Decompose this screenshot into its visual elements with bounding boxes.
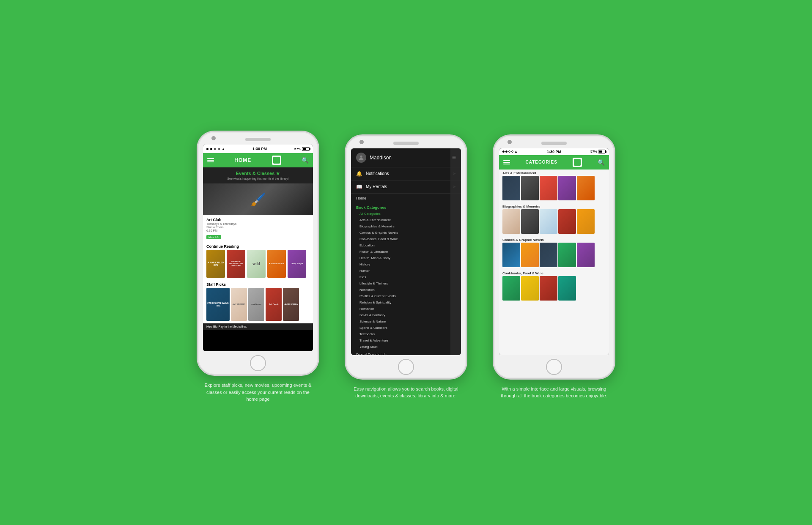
hamburger-menu-3[interactable] xyxy=(503,160,510,164)
staff-picks-row: ZADIE SMITH SWING TIME AMY SCHUMER small… xyxy=(203,288,313,323)
nonfiction-link[interactable]: Nonfiction xyxy=(351,287,461,293)
bell-icon: 🔔 xyxy=(356,171,362,177)
cookbooks-section: Cookbooks, Food & Wine xyxy=(499,270,609,302)
user-row: Maddison ≡ xyxy=(351,148,461,167)
biographies-link[interactable]: Biographies & Memoirs xyxy=(351,223,461,230)
kids-link[interactable]: Kids xyxy=(351,274,461,280)
battery-percent: 57% xyxy=(294,147,301,151)
hamburger-menu[interactable] xyxy=(207,158,214,162)
comics-section: Comics & Graphic Novels xyxy=(499,236,609,269)
events-subtitle: See what's happening this month at the l… xyxy=(206,177,310,180)
cat-book-item[interactable] xyxy=(521,243,539,267)
notifications-nav-item[interactable]: 🔔 Notifications ➤ xyxy=(351,167,461,180)
staff-book-item[interactable]: small things xyxy=(248,288,264,321)
cat-book-item[interactable] xyxy=(502,176,520,200)
app-header-1: HOME 🔍 xyxy=(203,153,313,167)
science-link[interactable]: Science & Nature xyxy=(351,318,461,325)
event-image xyxy=(203,183,313,215)
cat-book-item[interactable] xyxy=(558,276,576,301)
cat-book-item[interactable] xyxy=(521,176,539,200)
all-categories-link[interactable]: All Categories xyxy=(351,211,461,217)
home-button[interactable] xyxy=(546,359,562,375)
cat-book-item[interactable] xyxy=(521,276,539,301)
sports-link[interactable]: Sports & Outdoors xyxy=(351,325,461,331)
digital-downloads-link[interactable]: Digital Downloads xyxy=(351,350,461,355)
vol-btn-down xyxy=(197,186,198,194)
staff-book-item[interactable]: Jodi Picoult xyxy=(266,288,282,321)
travel-link[interactable]: Travel & Adventure xyxy=(351,337,461,344)
cat-book-item[interactable] xyxy=(540,276,557,301)
cat-book-item[interactable] xyxy=(558,243,576,267)
cat-book-item[interactable] xyxy=(502,209,520,234)
humor-link[interactable]: Humor xyxy=(351,268,461,274)
app-logo xyxy=(272,156,281,165)
comics-link[interactable]: Comics & Graphic Novels xyxy=(351,230,461,236)
cookbooks-link[interactable]: Cookbooks, Food & Wine xyxy=(351,236,461,242)
phone3-screen: ▲ 1:30 PM 57% CATEGORIES xyxy=(499,148,609,355)
cat-book-item[interactable] xyxy=(577,209,595,234)
app-logo-3 xyxy=(573,158,582,167)
cat-book-item[interactable] xyxy=(502,276,520,301)
user-avatar xyxy=(356,153,366,163)
health-link[interactable]: Health, Mind & Body xyxy=(351,255,461,261)
cat-book-item[interactable] xyxy=(540,209,557,234)
phone1-caption: Explore staff picks, new movies, upcomin… xyxy=(203,382,313,403)
events-title: Events & Classes ★ xyxy=(206,171,310,176)
status-bar-1: ▲ 1:30 PM 57% xyxy=(203,145,313,153)
cat-book-item[interactable] xyxy=(540,176,557,200)
front-camera xyxy=(211,136,216,140)
cat-book-item[interactable] xyxy=(502,243,520,267)
home-button[interactable] xyxy=(250,355,266,371)
cat-book-item[interactable] xyxy=(558,209,576,234)
front-camera xyxy=(359,140,364,144)
young-adult-link[interactable]: Young Adult xyxy=(351,344,461,350)
textbooks-link[interactable]: Textbooks xyxy=(351,331,461,337)
vol-btn-down xyxy=(493,190,494,198)
event-name: Art Club xyxy=(206,218,310,222)
history-link[interactable]: History xyxy=(351,261,461,268)
lifestyle-link[interactable]: Lifestyle & Thrillers xyxy=(351,280,461,287)
event-card: Art Club Tuesdays & Thursdays Studio Roo… xyxy=(203,183,313,242)
cat-book-item[interactable] xyxy=(558,176,576,200)
cat-book-item[interactable] xyxy=(540,243,557,267)
home-link[interactable]: Home xyxy=(351,194,461,203)
romance-link[interactable]: Romance xyxy=(351,306,461,312)
search-button-3[interactable]: 🔍 xyxy=(598,159,605,166)
scifi-link[interactable]: Sci-Fi & Fantasty xyxy=(351,312,461,318)
education-link[interactable]: Education xyxy=(351,242,461,249)
side-preview xyxy=(450,148,461,355)
politics-link[interactable]: Politics & Curent Events xyxy=(351,293,461,299)
arts-entertainment-link[interactable]: Arts & Entertainment xyxy=(351,217,461,223)
notifications-label: Notifications xyxy=(366,171,389,176)
cat-book-item[interactable] xyxy=(577,176,595,200)
categories-title: CATEGORIES xyxy=(526,160,557,164)
vol-btn-up xyxy=(345,178,346,186)
more-info-button[interactable]: More Info xyxy=(206,235,221,239)
avatar-icon xyxy=(358,154,365,161)
cat-book-item[interactable] xyxy=(521,209,539,234)
book-item[interactable]: wild xyxy=(247,250,266,278)
logo-inner-3 xyxy=(574,159,581,166)
nav-scroll-area[interactable]: Home Book Categories All Categories Arts… xyxy=(351,194,461,355)
svg-point-0 xyxy=(360,155,362,157)
religion-link[interactable]: Religion & Spirituality xyxy=(351,299,461,306)
signal-dot xyxy=(210,148,212,150)
home-button[interactable] xyxy=(398,359,414,375)
book-item[interactable]: A MAN CALLED OVE xyxy=(206,250,225,278)
staff-book-item[interactable]: AMY SCHUMER xyxy=(231,288,247,321)
my-rentals-nav-item[interactable]: 📖 My Rentals ➤ xyxy=(351,180,461,194)
search-button[interactable]: 🔍 xyxy=(302,157,309,164)
book-item[interactable]: Cheryl Strayed xyxy=(288,250,306,278)
event-location: Studio Room xyxy=(206,226,310,229)
book-item[interactable]: WHITEHEAD UNDERGROUND RAILROAD xyxy=(227,250,245,278)
staff-book-item[interactable]: ZADIE SMITH SWING TIME xyxy=(206,288,230,321)
bio-section: Biographies & Memoirs xyxy=(499,203,609,235)
brush-image xyxy=(203,183,313,215)
phone3-caption: With a simple interface and large visual… xyxy=(499,386,609,399)
logo-inner xyxy=(273,157,280,164)
fiction-link[interactable]: Fiction & Literature xyxy=(351,249,461,255)
cat-book-item[interactable] xyxy=(577,243,595,267)
book-item[interactable]: A Raisin in the Sun xyxy=(267,250,286,278)
staff-book-item[interactable]: LAURIE GRAHAM xyxy=(283,288,299,321)
book-categories-header: Book Categories xyxy=(351,203,461,211)
